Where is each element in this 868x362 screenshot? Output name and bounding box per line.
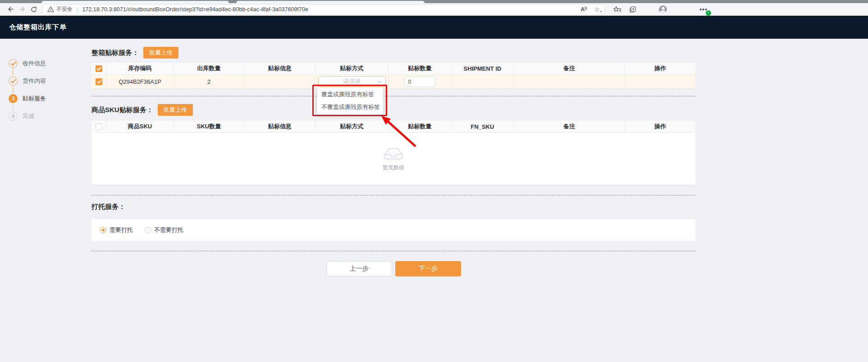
header-checkbox-cell <box>91 121 107 132</box>
shipment-id-cell <box>452 75 514 88</box>
empty-text: 暂无数据 <box>383 164 404 172</box>
label-info-cell <box>245 75 315 88</box>
url-text: 172.18.70.3:8071/#/outboundBoxOrder/step… <box>82 6 308 13</box>
label-qty-cell <box>388 75 452 88</box>
outbound-qty-cell: 2 <box>174 75 245 88</box>
toolbar-icons: ••• ↑ <box>612 4 708 15</box>
column-header: SHIPMENT ID <box>452 63 514 74</box>
radio-label: 不需要打托 <box>154 226 183 234</box>
favorites-bar-icon[interactable] <box>612 4 623 15</box>
column-header: 操作 <box>625 63 695 74</box>
collections-icon[interactable] <box>627 4 638 15</box>
box-label-section-title: 整箱贴标服务： <box>91 49 139 57</box>
radio-unselected-icon <box>145 227 151 233</box>
column-header: 贴标信息 <box>245 63 315 74</box>
column-header: 库存编码 <box>107 63 174 74</box>
step-circle-3: 3 <box>9 94 18 103</box>
step-label-labeling: 贴标服务 <box>23 94 46 103</box>
column-header: SKU数量 <box>174 121 245 132</box>
update-badge: ↑ <box>706 10 711 16</box>
column-header: 贴标信息 <box>245 121 315 132</box>
radio-selected-icon <box>100 227 106 233</box>
batch-upload-button-sku[interactable]: 批量上传 <box>158 104 193 116</box>
dashed-divider <box>91 251 695 251</box>
box-table-header-row: 库存编码 出库数量 贴标信息 贴标方式 贴标数量 SHIPMENT ID 备注 … <box>91 62 695 75</box>
row-checkbox-cell <box>91 75 107 88</box>
pallet-section-head: 打托服务： <box>91 203 125 211</box>
forward-icon[interactable] <box>16 4 28 15</box>
screen: 不安全 | 172.18.70.3:8071/#/outboundBoxOrde… <box>0 0 868 362</box>
batch-upload-button-box[interactable]: 批量上传 <box>143 47 178 59</box>
profile-avatar[interactable] <box>659 5 667 14</box>
radio-no-pallet[interactable]: 不需要打托 <box>145 226 183 234</box>
step-circle-2 <box>9 77 18 86</box>
header-checkbox-cell <box>91 63 107 74</box>
remark-cell <box>514 75 625 88</box>
page-title: 仓储整箱出库下单 <box>9 23 67 32</box>
refresh-icon[interactable] <box>28 4 40 15</box>
pallet-radio-bar: 需要打托 不需要打托 <box>91 219 695 241</box>
security-label: 不安全 <box>56 5 73 13</box>
annotation-arrow-icon <box>374 110 424 151</box>
step-connector <box>13 69 14 75</box>
label-qty-input[interactable] <box>404 76 436 87</box>
row-checkbox[interactable] <box>96 78 102 85</box>
header-checkbox[interactable] <box>96 65 102 72</box>
warning-icon <box>47 6 54 13</box>
box-label-section-head: 整箱贴标服务： 批量上传 <box>91 47 178 59</box>
sku-label-section-title: 商品SKU贴标服务： <box>91 106 153 114</box>
radio-label: 需要打托 <box>110 226 133 234</box>
column-header: 商品SKU <box>107 121 174 132</box>
column-header: 贴标数量 <box>388 63 452 74</box>
next-step-button[interactable]: 下一步 <box>395 261 461 276</box>
step-circle-4: 4 <box>9 112 18 121</box>
pallet-section-title: 打托服务： <box>91 203 125 211</box>
dashed-divider <box>91 195 695 195</box>
box-table-row: Q294B2F36A1P 2 请选择 <box>91 75 695 89</box>
prev-step-button[interactable]: 上一步 <box>326 261 392 276</box>
step-circle-1 <box>9 59 18 68</box>
column-header: FN_SKU <box>452 121 514 132</box>
back-icon[interactable] <box>5 4 16 15</box>
column-header: 出库数量 <box>174 63 245 74</box>
more-menu-icon[interactable]: ••• ↑ <box>699 5 708 14</box>
browser-toolbar: 不安全 | 172.18.70.3:8071/#/outboundBoxOrde… <box>0 3 868 16</box>
inventory-code-cell: Q294B2F36A1P <box>107 75 174 88</box>
dashed-divider <box>91 96 695 96</box>
column-header: 备注 <box>514 63 625 74</box>
radio-need-pallet[interactable]: 需要打托 <box>100 226 133 234</box>
read-aloud-icon[interactable]: A)) <box>580 6 587 13</box>
step-connector <box>13 104 14 110</box>
step-label-finish: 完成 <box>23 112 34 121</box>
column-header: 贴标方式 <box>315 63 388 74</box>
step-label-receiver: 收件信息 <box>23 59 46 68</box>
column-header: 备注 <box>514 121 625 132</box>
action-cell <box>625 75 695 88</box>
add-favorite-icon[interactable]: ☆+ <box>594 6 600 13</box>
browser-tab-strip <box>0 0 868 3</box>
step-connector <box>13 86 14 93</box>
chevron-down-icon <box>377 81 382 83</box>
sku-header-checkbox[interactable] <box>96 123 102 130</box>
url-divider: | <box>77 6 78 13</box>
step-label-content: 货件内容 <box>23 77 46 86</box>
url-bar[interactable]: 不安全 | 172.18.70.3:8071/#/outboundBoxOrde… <box>42 4 605 15</box>
column-header: 操作 <box>625 121 695 132</box>
box-label-table: 库存编码 出库数量 贴标信息 贴标方式 贴标数量 SHIPMENT ID 备注 … <box>91 62 695 89</box>
sku-label-section-head: 商品SKU贴标服务： 批量上传 <box>91 104 193 116</box>
app-header: 仓储整箱出库下单 <box>0 16 868 39</box>
